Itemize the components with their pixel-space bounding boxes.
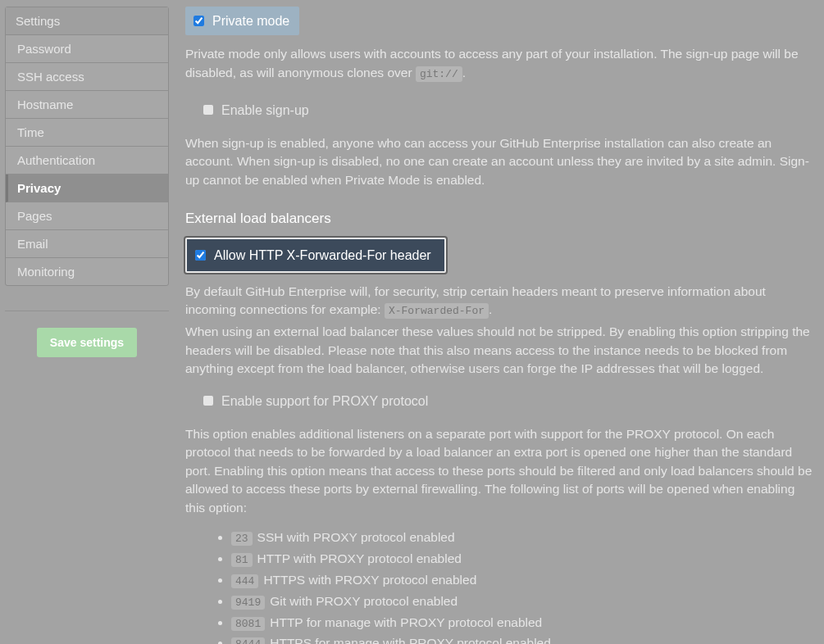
private-mode-row[interactable]: Private mode [185,7,299,35]
port-text: SSH with PROXY protocol enabled [257,530,455,544]
sidebar-item-label: Hostname [17,98,73,111]
enable-signup-row[interactable]: Enable sign-up [195,96,319,125]
xff-description-1: By default GitHub Enterprise will, for s… [185,283,814,320]
sidebar-item-privacy[interactable]: Privacy [6,175,168,202]
elb-heading: External load balancers [185,209,814,229]
port-text: Git with PROXY protocol enabled [270,594,458,608]
sidebar-nav: Settings Password SSH access Hostname Ti… [5,7,169,286]
proxy-ports-list: 23SSH with PROXY protocol enabled 81HTTP… [185,528,814,644]
sidebar: Settings Password SSH access Hostname Ti… [5,7,169,644]
allow-xff-row[interactable]: Allow HTTP X-Forwarded-For header [185,238,446,273]
allow-xff-checkbox[interactable] [195,250,206,261]
private-mode-checkbox[interactable] [193,16,204,26]
sidebar-item-label: Email [17,237,48,251]
port-item: 9419Git with PROXY protocol enabled [231,592,814,611]
text: . [462,66,466,79]
text: . [489,302,492,316]
proxy-description: This option enables additional listeners… [185,425,814,517]
sidebar-item-label: Password [17,42,71,56]
private-mode-label[interactable]: Private mode [212,11,289,30]
xff-description-2: When using an external load balancer the… [185,323,814,378]
port-text: HTTP for manage with PROXY protocol enab… [270,615,542,629]
text: Private mode only allows users with acco… [185,47,799,79]
port-code: 8081 [231,617,265,631]
enable-signup-label[interactable]: Enable sign-up [221,101,309,120]
sidebar-item-password[interactable]: Password [6,35,168,63]
port-code: 81 [231,553,253,567]
port-text: HTTP with PROXY protocol enabled [257,551,462,565]
port-code: 23 [231,532,253,546]
sidebar-item-pages[interactable]: Pages [6,202,168,230]
sidebar-item-email[interactable]: Email [6,230,168,258]
sidebar-item-label: Pages [17,209,52,223]
sidebar-title: Settings [6,7,168,35]
code-git-protocol: git:// [416,66,462,82]
sidebar-item-authentication[interactable]: Authentication [6,147,168,175]
enable-proxy-checkbox[interactable] [203,396,213,406]
sidebar-item-label: Authentication [17,153,95,167]
enable-signup-description: When sign-up is enabled, anyone who can … [185,134,814,189]
enable-proxy-row[interactable]: Enable support for PROXY protocol [195,387,438,415]
port-item: 23SSH with PROXY protocol enabled [231,528,814,547]
sidebar-item-label: Time [17,125,44,139]
sidebar-item-label: SSH access [17,70,84,84]
enable-signup-checkbox[interactable] [203,105,213,115]
port-item: 81HTTP with PROXY protocol enabled [231,550,814,569]
private-mode-description: Private mode only allows users with acco… [185,45,814,82]
save-settings-button[interactable]: Save settings [37,328,137,357]
port-item: 444HTTPS with PROXY protocol enabled [231,571,814,590]
port-text: HTTPS with PROXY protocol enabled [263,573,476,587]
allow-xff-label[interactable]: Allow HTTP X-Forwarded-For header [214,246,431,265]
sidebar-item-label: Monitoring [17,265,75,279]
sidebar-item-monitoring[interactable]: Monitoring [6,258,168,285]
port-text: HTTPS for manage with PROXY protocol ena… [270,636,551,644]
sidebar-divider [5,311,169,311]
main-content: Private mode Private mode only allows us… [185,7,824,644]
sidebar-item-time[interactable]: Time [6,119,168,147]
code-xff-header: X-Forwarded-For [385,303,489,319]
sidebar-item-hostname[interactable]: Hostname [6,91,168,119]
port-item: 8444HTTPS for manage with PROXY protocol… [231,634,814,644]
sidebar-item-ssh-access[interactable]: SSH access [6,63,168,91]
port-code: 8444 [231,637,265,644]
port-code: 9419 [231,596,265,610]
port-item: 8081HTTP for manage with PROXY protocol … [231,614,814,633]
port-code: 444 [231,574,258,588]
enable-proxy-label[interactable]: Enable support for PROXY protocol [221,392,428,410]
sidebar-item-label: Privacy [17,181,61,195]
